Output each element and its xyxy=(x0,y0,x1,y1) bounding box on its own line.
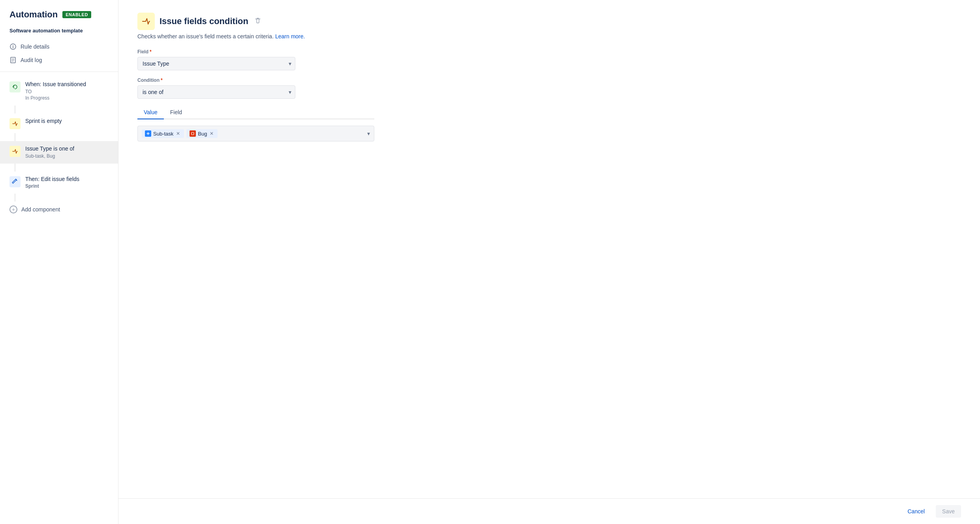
tag-bug-label: Bug xyxy=(198,131,207,137)
condition-icon xyxy=(137,13,155,30)
sidebar: Automation ENABLED Software automation t… xyxy=(0,0,118,524)
add-component-button[interactable]: + Add component xyxy=(0,202,118,217)
bug-icon xyxy=(190,130,196,137)
rule-details-label: Rule details xyxy=(21,43,49,50)
condition-select[interactable]: is one of xyxy=(137,85,295,99)
step-issue-type-text: Issue Type is one of Sub-task, Bug xyxy=(25,145,109,159)
tag-bug-remove[interactable]: ✕ xyxy=(209,131,214,136)
condition-required-star: * xyxy=(161,77,163,83)
footer-actions: Cancel Save xyxy=(118,498,980,524)
step-connector-4 xyxy=(15,194,15,202)
tab-field[interactable]: Field xyxy=(164,106,188,119)
condition-select-wrapper: is one of ▾ xyxy=(137,85,295,99)
field-required-star: * xyxy=(150,49,152,55)
step-when-text: When: Issue transitioned TO In Progress xyxy=(25,81,109,102)
sidebar-nav-rule-details[interactable]: Rule details xyxy=(0,40,118,53)
step-connector-1 xyxy=(15,106,15,113)
tag-bug: Bug ✕ xyxy=(186,129,218,138)
step-connector-3 xyxy=(15,164,15,172)
condition-title: Issue fields condition xyxy=(160,16,248,26)
sidebar-header: Automation ENABLED xyxy=(0,9,118,28)
step-sprint-condition[interactable]: Sprint is empty xyxy=(0,113,118,133)
add-component-label: Add component xyxy=(21,206,60,213)
save-button[interactable]: Save xyxy=(936,505,961,518)
sidebar-divider xyxy=(0,72,118,72)
tab-value[interactable]: Value xyxy=(137,106,164,119)
tag-input-chevron-icon: ▾ xyxy=(367,130,370,137)
step-then-sprint: Sprint xyxy=(25,183,109,190)
enabled-badge: ENABLED xyxy=(62,11,91,18)
tag-input[interactable]: Sub-task ✕ Bug ✕ ▾ xyxy=(137,126,374,141)
step-connector-2 xyxy=(15,133,15,141)
step-when-trigger[interactable]: When: Issue transitioned TO In Progress xyxy=(0,77,118,106)
audit-log-icon xyxy=(9,57,17,64)
condition-header: Issue fields condition xyxy=(137,13,961,30)
step-sprint-title: Sprint is empty xyxy=(25,117,109,125)
condition-label: Condition * xyxy=(137,77,295,83)
step-issue-type-condition[interactable]: Issue Type is one of Sub-task, Bug xyxy=(0,141,118,163)
step-when-title: When: Issue transitioned xyxy=(25,81,109,89)
step-issue-type-sub: Sub-task, Bug xyxy=(25,153,109,160)
subtask-icon xyxy=(145,130,151,137)
field-select-wrapper: Issue Type ▾ xyxy=(137,57,295,70)
step-then-text: Then: Edit issue fields Sprint xyxy=(25,175,109,190)
form-section: Field * Issue Type ▾ Condition * is one … xyxy=(137,49,295,99)
tag-subtask-remove[interactable]: ✕ xyxy=(175,131,181,136)
condition-description: Checks whether an issue's field meets a … xyxy=(137,33,961,40)
sidebar-subtitle: Software automation template xyxy=(0,28,118,40)
learn-more-link[interactable]: Learn more. xyxy=(275,33,305,40)
step-sprint-text: Sprint is empty xyxy=(25,117,109,125)
then-icon xyxy=(9,176,21,187)
step-when-sub1: TO xyxy=(25,89,109,95)
step-when-sub2: In Progress xyxy=(25,95,109,102)
tag-subtask-label: Sub-task xyxy=(153,131,173,137)
add-component-circle-icon: + xyxy=(9,205,17,213)
sprint-icon xyxy=(9,118,21,129)
step-then-action[interactable]: Then: Edit issue fields Sprint xyxy=(0,172,118,194)
issue-type-icon xyxy=(9,146,21,157)
cancel-button[interactable]: Cancel xyxy=(901,505,931,518)
field-select[interactable]: Issue Type xyxy=(137,57,295,70)
step-issue-type-title: Issue Type is one of xyxy=(25,145,109,153)
sidebar-nav-audit-log[interactable]: Audit log xyxy=(0,53,118,67)
delete-icon[interactable] xyxy=(255,17,261,25)
step-then-title: Then: Edit issue fields xyxy=(25,175,109,183)
main-content: Issue fields condition Checks whether an… xyxy=(118,0,980,524)
field-label: Field * xyxy=(137,49,295,55)
value-field-tabs: Value Field xyxy=(137,106,374,119)
info-icon xyxy=(9,43,17,50)
svg-rect-2 xyxy=(191,132,194,135)
app-title: Automation xyxy=(9,9,58,20)
audit-log-label: Audit log xyxy=(21,57,42,63)
tag-subtask: Sub-task ✕ xyxy=(142,129,184,138)
trigger-icon xyxy=(9,81,21,92)
